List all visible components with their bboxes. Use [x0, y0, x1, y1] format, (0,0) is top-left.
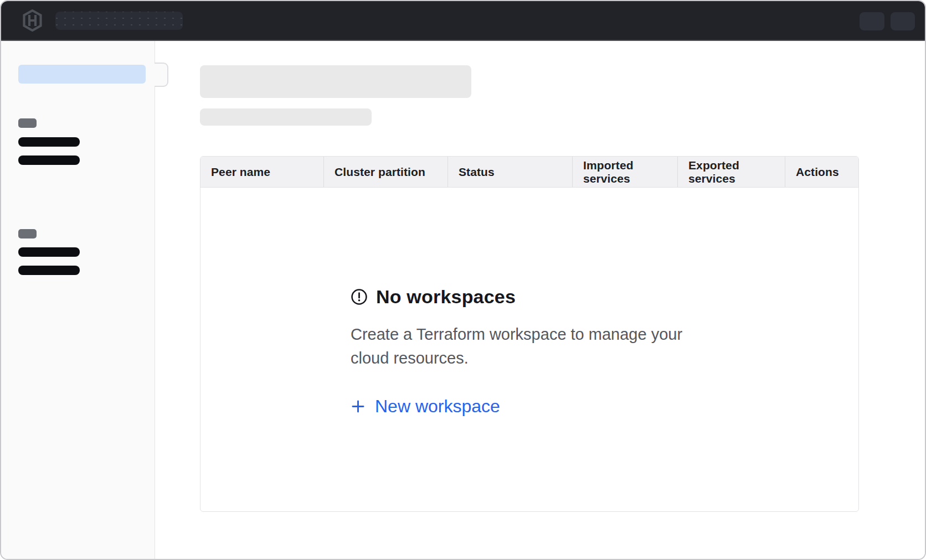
nav-action-placeholder-1[interactable]	[860, 12, 884, 30]
new-workspace-button[interactable]: New workspace	[351, 396, 500, 417]
sidebar-active-item-skeleton[interactable]	[18, 65, 146, 84]
sidebar-item-skeleton-2[interactable]	[18, 155, 80, 165]
page-subtitle-skeleton	[200, 108, 372, 126]
column-header-peer-name[interactable]: Peer name	[200, 157, 324, 187]
column-header-actions[interactable]: Actions	[785, 157, 858, 187]
new-workspace-label: New workspace	[375, 396, 500, 417]
sidebar-section-label-skeleton-2	[18, 229, 37, 238]
page-title-skeleton	[200, 65, 471, 98]
content-area: Peer name Cluster partition Status Impor…	[1, 41, 925, 560]
column-header-cluster-partition[interactable]: Cluster partition	[324, 157, 448, 187]
sidebar-collapse-handle[interactable]	[155, 63, 168, 87]
sidebar-item-skeleton-1[interactable]	[18, 137, 80, 147]
column-header-status[interactable]: Status	[448, 157, 573, 187]
plus-icon	[351, 399, 366, 414]
hashicorp-logo-icon	[22, 9, 43, 32]
main-panel: Peer name Cluster partition Status Impor…	[155, 41, 925, 560]
column-header-imported-services[interactable]: Imported services	[573, 157, 678, 187]
empty-state-header: No workspaces	[351, 286, 708, 308]
empty-state-description: Create a Terraform workspace to manage y…	[351, 323, 708, 370]
empty-state-title: No workspaces	[376, 286, 516, 308]
column-header-exported-services[interactable]: Exported services	[678, 157, 785, 187]
alert-circle-icon	[351, 288, 368, 305]
empty-state: No workspaces Create a Terraform workspa…	[351, 188, 708, 417]
sidebar-item-skeleton-4[interactable]	[18, 266, 80, 275]
app-window: Peer name Cluster partition Status Impor…	[0, 0, 926, 560]
peers-table: Peer name Cluster partition Status Impor…	[200, 156, 859, 512]
table-header-row: Peer name Cluster partition Status Impor…	[200, 157, 858, 188]
top-navbar	[1, 1, 925, 41]
sidebar-section-label-skeleton-1	[18, 118, 37, 128]
sidebar-item-skeleton-3[interactable]	[18, 247, 80, 257]
sidebar	[1, 41, 155, 560]
nav-action-placeholder-2[interactable]	[891, 12, 915, 30]
nav-search-placeholder[interactable]	[55, 12, 183, 30]
